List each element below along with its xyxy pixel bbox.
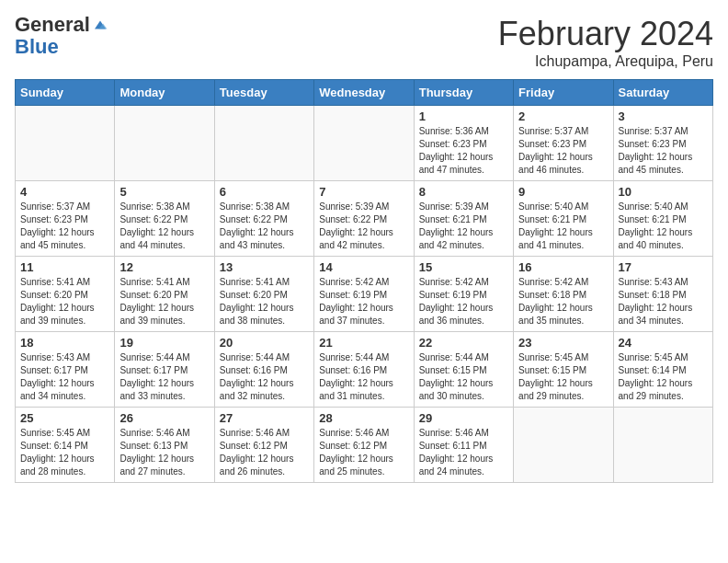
calendar-cell: 11Sunrise: 5:41 AM Sunset: 6:20 PM Dayli… — [16, 257, 115, 332]
calendar-week-3: 18Sunrise: 5:43 AM Sunset: 6:17 PM Dayli… — [16, 332, 713, 408]
day-number: 15 — [419, 260, 508, 274]
day-info: Sunrise: 5:42 AM Sunset: 6:18 PM Dayligh… — [518, 276, 608, 327]
month-title: February 2024 — [498, 15, 713, 53]
day-number: 18 — [20, 336, 109, 350]
page-header: General Blue February 2024 Ichupampa, Ar… — [15, 15, 713, 70]
calendar-week-0: 1Sunrise: 5:36 AM Sunset: 6:23 PM Daylig… — [16, 106, 713, 181]
calendar-cell: 15Sunrise: 5:42 AM Sunset: 6:19 PM Dayli… — [414, 257, 513, 332]
day-number: 8 — [419, 185, 508, 199]
day-info: Sunrise: 5:41 AM Sunset: 6:20 PM Dayligh… — [20, 276, 109, 327]
day-number: 21 — [319, 336, 408, 350]
day-info: Sunrise: 5:44 AM Sunset: 6:15 PM Dayligh… — [419, 351, 508, 403]
day-info: Sunrise: 5:37 AM Sunset: 6:23 PM Dayligh… — [619, 125, 708, 177]
day-info: Sunrise: 5:39 AM Sunset: 6:21 PM Dayligh… — [419, 201, 508, 252]
calendar-cell: 3Sunrise: 5:37 AM Sunset: 6:23 PM Daylig… — [613, 106, 712, 181]
calendar-cell: 27Sunrise: 5:46 AM Sunset: 6:12 PM Dayli… — [214, 408, 313, 483]
day-number: 27 — [220, 411, 309, 425]
calendar-week-1: 4Sunrise: 5:37 AM Sunset: 6:23 PM Daylig… — [16, 181, 713, 257]
day-info: Sunrise: 5:43 AM Sunset: 6:17 PM Dayligh… — [20, 351, 109, 403]
location-subtitle: Ichupampa, Arequipa, Peru — [498, 53, 713, 70]
day-number: 24 — [619, 336, 708, 350]
day-number: 13 — [220, 260, 309, 274]
calendar-cell: 7Sunrise: 5:39 AM Sunset: 6:22 PM Daylig… — [314, 181, 414, 257]
calendar-cell: 14Sunrise: 5:42 AM Sunset: 6:19 PM Dayli… — [314, 257, 414, 332]
header-friday: Friday — [514, 80, 613, 106]
day-number: 23 — [518, 336, 608, 350]
day-number: 2 — [518, 109, 608, 123]
calendar-week-4: 25Sunrise: 5:45 AM Sunset: 6:14 PM Dayli… — [16, 408, 713, 483]
day-info: Sunrise: 5:45 AM Sunset: 6:14 PM Dayligh… — [619, 351, 708, 403]
header-wednesday: Wednesday — [314, 80, 414, 106]
calendar-cell: 16Sunrise: 5:42 AM Sunset: 6:18 PM Dayli… — [514, 257, 613, 332]
day-number: 16 — [518, 260, 608, 274]
day-info: Sunrise: 5:46 AM Sunset: 6:12 PM Dayligh… — [319, 427, 408, 478]
header-saturday: Saturday — [613, 80, 712, 106]
calendar-cell — [314, 106, 414, 181]
day-info: Sunrise: 5:46 AM Sunset: 6:12 PM Dayligh… — [220, 427, 309, 478]
calendar-cell: 19Sunrise: 5:44 AM Sunset: 6:17 PM Dayli… — [115, 332, 214, 408]
calendar-cell: 10Sunrise: 5:40 AM Sunset: 6:21 PM Dayli… — [613, 181, 712, 257]
calendar-cell: 9Sunrise: 5:40 AM Sunset: 6:21 PM Daylig… — [514, 181, 613, 257]
day-number: 4 — [20, 185, 109, 199]
day-info: Sunrise: 5:41 AM Sunset: 6:20 PM Dayligh… — [119, 276, 209, 327]
header-tuesday: Tuesday — [214, 80, 313, 106]
logo-general-text: General — [15, 15, 90, 35]
day-number: 11 — [20, 260, 109, 274]
day-number: 28 — [319, 411, 408, 425]
calendar-cell: 18Sunrise: 5:43 AM Sunset: 6:17 PM Dayli… — [16, 332, 115, 408]
day-info: Sunrise: 5:45 AM Sunset: 6:15 PM Dayligh… — [518, 351, 608, 403]
day-info: Sunrise: 5:37 AM Sunset: 6:23 PM Dayligh… — [20, 201, 109, 252]
day-info: Sunrise: 5:42 AM Sunset: 6:19 PM Dayligh… — [419, 276, 508, 327]
day-info: Sunrise: 5:40 AM Sunset: 6:21 PM Dayligh… — [619, 201, 708, 252]
calendar-cell: 21Sunrise: 5:44 AM Sunset: 6:16 PM Dayli… — [314, 332, 414, 408]
calendar-table: SundayMondayTuesdayWednesdayThursdayFrid… — [15, 79, 713, 483]
calendar-cell: 26Sunrise: 5:46 AM Sunset: 6:13 PM Dayli… — [115, 408, 214, 483]
day-info: Sunrise: 5:44 AM Sunset: 6:17 PM Dayligh… — [119, 351, 209, 403]
day-info: Sunrise: 5:46 AM Sunset: 6:13 PM Dayligh… — [119, 427, 209, 478]
calendar-cell: 29Sunrise: 5:46 AM Sunset: 6:11 PM Dayli… — [414, 408, 513, 483]
day-info: Sunrise: 5:40 AM Sunset: 6:21 PM Dayligh… — [518, 201, 608, 252]
day-info: Sunrise: 5:43 AM Sunset: 6:18 PM Dayligh… — [619, 276, 708, 327]
day-info: Sunrise: 5:39 AM Sunset: 6:22 PM Dayligh… — [319, 201, 408, 252]
calendar-cell: 1Sunrise: 5:36 AM Sunset: 6:23 PM Daylig… — [414, 106, 513, 181]
day-number: 22 — [419, 336, 508, 350]
calendar-cell: 5Sunrise: 5:38 AM Sunset: 6:22 PM Daylig… — [115, 181, 214, 257]
day-number: 17 — [619, 260, 708, 274]
day-number: 10 — [619, 185, 708, 199]
day-info: Sunrise: 5:37 AM Sunset: 6:23 PM Dayligh… — [518, 125, 608, 177]
day-info: Sunrise: 5:44 AM Sunset: 6:16 PM Dayligh… — [220, 351, 309, 403]
calendar-cell: 6Sunrise: 5:38 AM Sunset: 6:22 PM Daylig… — [214, 181, 313, 257]
day-info: Sunrise: 5:45 AM Sunset: 6:14 PM Dayligh… — [20, 427, 109, 478]
header-thursday: Thursday — [414, 80, 513, 106]
day-info: Sunrise: 5:41 AM Sunset: 6:20 PM Dayligh… — [220, 276, 309, 327]
calendar-cell: 12Sunrise: 5:41 AM Sunset: 6:20 PM Dayli… — [115, 257, 214, 332]
calendar-week-2: 11Sunrise: 5:41 AM Sunset: 6:20 PM Dayli… — [16, 257, 713, 332]
day-info: Sunrise: 5:44 AM Sunset: 6:16 PM Dayligh… — [319, 351, 408, 403]
calendar-cell: 2Sunrise: 5:37 AM Sunset: 6:23 PM Daylig… — [514, 106, 613, 181]
calendar-cell: 28Sunrise: 5:46 AM Sunset: 6:12 PM Dayli… — [314, 408, 414, 483]
calendar-cell — [214, 106, 313, 181]
calendar-header-row: SundayMondayTuesdayWednesdayThursdayFrid… — [16, 80, 713, 106]
day-number: 25 — [20, 411, 109, 425]
day-info: Sunrise: 5:46 AM Sunset: 6:11 PM Dayligh… — [419, 427, 508, 478]
day-info: Sunrise: 5:42 AM Sunset: 6:19 PM Dayligh… — [319, 276, 408, 327]
day-number: 19 — [119, 336, 209, 350]
day-number: 12 — [119, 260, 209, 274]
day-info: Sunrise: 5:38 AM Sunset: 6:22 PM Dayligh… — [220, 201, 309, 252]
day-info: Sunrise: 5:38 AM Sunset: 6:22 PM Dayligh… — [119, 201, 209, 252]
calendar-cell: 25Sunrise: 5:45 AM Sunset: 6:14 PM Dayli… — [16, 408, 115, 483]
day-info: Sunrise: 5:36 AM Sunset: 6:23 PM Dayligh… — [419, 125, 508, 177]
day-number: 26 — [119, 411, 209, 425]
logo-blue-text: Blue — [15, 35, 59, 59]
day-number: 5 — [119, 185, 209, 199]
calendar-cell — [115, 106, 214, 181]
calendar-cell: 13Sunrise: 5:41 AM Sunset: 6:20 PM Dayli… — [214, 257, 313, 332]
calendar-cell: 17Sunrise: 5:43 AM Sunset: 6:18 PM Dayli… — [613, 257, 712, 332]
day-number: 3 — [619, 109, 708, 123]
day-number: 14 — [319, 260, 408, 274]
calendar-cell — [16, 106, 115, 181]
calendar-cell — [514, 408, 613, 483]
day-number: 20 — [220, 336, 309, 350]
calendar-cell: 23Sunrise: 5:45 AM Sunset: 6:15 PM Dayli… — [514, 332, 613, 408]
title-block: February 2024 Ichupampa, Arequipa, Peru — [498, 15, 713, 70]
